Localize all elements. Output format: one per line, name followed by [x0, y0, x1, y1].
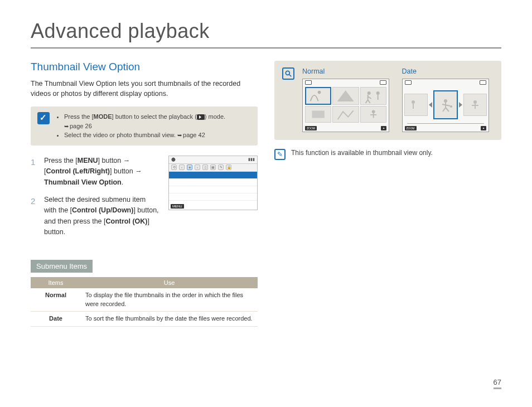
menu-tool-icon: ›: [195, 164, 200, 170]
intro-text: The Thumbnail View Option lets you sort …: [31, 79, 258, 99]
playback-icon: [197, 114, 205, 120]
pencil-icon: ✎: [274, 149, 286, 160]
scroll-line: [407, 123, 484, 124]
menu-tool-icon: ▯: [202, 164, 208, 170]
page-ref-2: page 42: [177, 132, 205, 138]
rec-icon: ⬤: [171, 157, 176, 162]
submenu-table: Items Use Normal To display the file thu…: [31, 277, 258, 326]
thumbnail: [332, 87, 359, 105]
page-number: 67: [494, 378, 501, 389]
menu-row: [169, 179, 257, 186]
svg-point-2: [318, 91, 321, 94]
menu-screenshot: ⬤ ▮▮▮ ⟲ ‹ ◈ › ▯ ▦ ✎ 🔒: [168, 156, 258, 210]
note-item-2: Select the video or photo thumbnail view…: [64, 130, 225, 140]
note-list: Press the [MODE] button to select the pl…: [56, 112, 225, 140]
table-cell-use: To display the file thumbnails in the or…: [81, 288, 258, 311]
thumbnail: [360, 106, 386, 123]
thumbnail: [305, 87, 331, 105]
rec-icon: [305, 80, 312, 85]
note-box: Press the [MODE] button to select the pl…: [31, 106, 258, 146]
page-title: Advanced playback: [31, 20, 501, 49]
table-row: Date To sort the file thumbnails by the …: [31, 312, 258, 326]
table-header-row: Items Use: [31, 277, 258, 288]
thumbnail: [360, 87, 386, 105]
svg-point-7: [412, 100, 415, 104]
page-ref-1: page 26: [64, 123, 92, 129]
example-label: Normal: [302, 67, 394, 75]
left-column: Thumbnail View Option The Thumbnail View…: [31, 61, 258, 327]
submenu-heading: Submenu Items: [31, 260, 93, 273]
thumbnail-selected: [433, 90, 458, 119]
thumb-screen-date: ZOOM✦: [402, 79, 489, 132]
menu-tool-icon: ✎: [218, 164, 224, 170]
nav-icon: ✦: [381, 126, 386, 130]
menu-row: [169, 186, 257, 193]
arrow-right-icon: [459, 102, 462, 108]
thumbnail: [305, 106, 331, 123]
menu-tool-icon: 🔒: [226, 164, 231, 170]
svg-point-10: [473, 100, 477, 104]
svg-point-9: [450, 105, 452, 108]
table-header: Use: [81, 277, 258, 288]
svg-point-4: [376, 91, 379, 95]
footnote-text: This function is available in thumbnail …: [291, 149, 433, 157]
menu-tool-icon: ⟲: [171, 164, 177, 170]
step-number: 1: [31, 156, 38, 188]
step-number: 2: [31, 195, 38, 238]
menu-row-active: [169, 172, 257, 179]
zoom-label: ZOOM: [305, 126, 317, 130]
svg-line-1: [289, 75, 292, 77]
example-normal: Normal ZOOM✦: [302, 67, 394, 132]
menu-tool-icon: ‹: [179, 164, 185, 170]
checkmark-icon: [37, 112, 50, 124]
menu-tool-icon: ◈: [187, 164, 192, 170]
menu-row: [169, 193, 257, 201]
table-header: Items: [31, 277, 81, 288]
table-cell-item: Normal: [31, 288, 81, 311]
svg-point-0: [286, 71, 289, 75]
thumb-screen-normal: ZOOM✦: [302, 79, 389, 132]
note-item-1: Press the [MODE] button to select the pl…: [64, 112, 225, 130]
nav-icon: ✦: [481, 126, 486, 130]
table-cell-use: To sort the file thumbnails by the date …: [81, 312, 258, 326]
table-cell-item: Date: [31, 312, 81, 326]
thumbnail: [332, 106, 359, 123]
menu-footer-label: MENU: [171, 204, 184, 209]
svg-point-8: [444, 99, 447, 103]
step-2: 2 Select the desired submenu item with t…: [31, 195, 159, 238]
footnote: ✎ This function is available in thumbnai…: [274, 149, 501, 160]
thumbnail: [463, 94, 487, 116]
section-heading: Thumbnail View Option: [31, 61, 258, 73]
svg-point-3: [367, 91, 370, 95]
right-column: Normal ZOOM✦ Date: [274, 61, 501, 327]
example-box: Normal ZOOM✦ Date: [274, 61, 501, 140]
battery-icon: [380, 80, 386, 85]
menu-statusbar: ⬤ ▮▮▮: [169, 156, 257, 164]
table-row: Normal To display the file thumbnails in…: [31, 288, 258, 311]
step-1: 1 Press the [MENU] button → [Control (Le…: [31, 156, 159, 188]
example-label: Date: [402, 67, 494, 75]
thumbnail: [404, 94, 428, 116]
battery-icon: [480, 80, 486, 85]
svg-point-6: [372, 110, 375, 114]
arrow-left-icon: [429, 102, 432, 108]
example-date: Date ZOOM✦: [402, 67, 494, 132]
menu-toolbar: ⟲ ‹ ◈ › ▯ ▦ ✎ 🔒: [169, 164, 257, 172]
battery-icon: ▮▮▮: [248, 157, 255, 162]
rec-icon: [405, 80, 412, 85]
zoom-label: ZOOM: [405, 126, 417, 130]
menu-tool-icon: ▦: [210, 164, 216, 170]
magnifier-icon: [282, 67, 294, 80]
svg-rect-5: [312, 110, 324, 118]
